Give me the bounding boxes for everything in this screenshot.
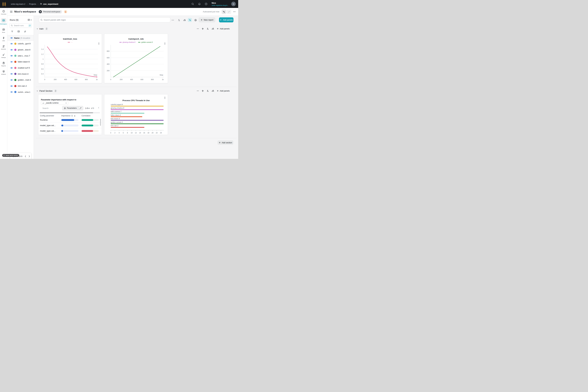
sidebar-item-runs[interactable]: Runs bbox=[0, 28, 7, 33]
group-list-icon[interactable] bbox=[17, 30, 20, 33]
page-next-icon[interactable] bbox=[28, 155, 30, 158]
settings-gear-icon[interactable] bbox=[194, 18, 197, 22]
runs-table-icon[interactable] bbox=[27, 18, 30, 21]
column-importance[interactable]: Importance bbox=[61, 115, 76, 117]
visibility-eye-icon[interactable] bbox=[10, 79, 13, 81]
expand-table-chevron-icon[interactable] bbox=[30, 19, 32, 21]
bookmark-clear-icon[interactable] bbox=[64, 10, 67, 14]
line-chart[interactable]: 0.40.60.811.21.402004006008001kStep bbox=[38, 44, 102, 83]
run-name[interactable]: wild-c...mos-7 bbox=[18, 55, 30, 57]
pin-section-icon[interactable] bbox=[201, 90, 204, 92]
panel-parameter-importance[interactable]: Parameter importance with respect to _wa… bbox=[38, 94, 102, 135]
smoothing-iron-icon[interactable] bbox=[211, 28, 214, 30]
section-overflow-icon[interactable] bbox=[197, 90, 199, 92]
visibility-eye-icon[interactable] bbox=[10, 67, 13, 69]
user-team[interactable]: smle-registries-bug-b... bbox=[212, 4, 229, 6]
panel-cpu-threads[interactable]: Process CPU Threads In Use colorful-yogu… bbox=[104, 94, 168, 135]
add-panels-button[interactable]: Add panels bbox=[219, 17, 233, 22]
importance-search-placeholder[interactable]: Search bbox=[42, 107, 48, 109]
run-name[interactable]: trim-moon-4 bbox=[18, 73, 28, 75]
metric-select[interactable]: _wandb.runtime bbox=[41, 101, 68, 105]
sidebar-item-reports[interactable]: Reports bbox=[0, 62, 7, 66]
run-row[interactable]: colorfu...gurt-9 bbox=[7, 41, 34, 47]
info-icon[interactable] bbox=[71, 115, 73, 117]
run-name[interactable]: glowin...dow-8 bbox=[18, 48, 30, 51]
column-config-parameter[interactable]: Config parameter bbox=[40, 115, 54, 117]
visibility-eye-icon[interactable] bbox=[10, 73, 13, 75]
importance-page-range[interactable]: 1-9 bbox=[85, 107, 90, 109]
panel-train-loss[interactable]: train/train_loss : - 0.40.60.811.21.4020… bbox=[38, 34, 102, 83]
run-row[interactable]: glowin...dow-8 bbox=[7, 47, 34, 53]
sidebar-item-automat[interactable]: Automat. bbox=[0, 45, 7, 50]
legend-item[interactable]: glowing-shadow-8 bbox=[119, 41, 136, 43]
pin-section-icon[interactable] bbox=[201, 28, 204, 30]
visibility-eye-icon[interactable] bbox=[10, 55, 13, 57]
run-name[interactable]: summ...sma-1 bbox=[18, 91, 30, 93]
personal-workspace-badge[interactable]: N Personal workspace bbox=[38, 10, 62, 14]
chevron-down-icon[interactable] bbox=[36, 90, 38, 92]
section-name[interactable]: train bbox=[39, 28, 43, 30]
run-row[interactable]: trim-rain-2 bbox=[7, 83, 34, 89]
x-axis-settings-icon[interactable] bbox=[206, 28, 209, 30]
x-axis-settings-icon[interactable] bbox=[206, 90, 209, 92]
sidebar-item-artifacts[interactable]: Artifacts bbox=[0, 70, 7, 75]
wandb-logo-icon[interactable] bbox=[2, 1, 6, 7]
redo-button[interactable] bbox=[227, 10, 231, 14]
run-name[interactable]: fallen-dawn-6 bbox=[18, 60, 30, 63]
run-name[interactable]: exalted-surf-5 bbox=[18, 67, 30, 69]
runs-search-input[interactable] bbox=[13, 24, 27, 27]
importance-table-row[interactable]: Runtime bbox=[38, 117, 102, 123]
run-row[interactable]: summ...sma-1 bbox=[7, 89, 34, 95]
column-correlation[interactable]: Correlation bbox=[82, 115, 90, 117]
chevron-down-icon[interactable] bbox=[36, 28, 38, 30]
run-row[interactable]: wild-c...mos-7 bbox=[7, 53, 34, 59]
runs-search-box[interactable]: .* bbox=[9, 23, 32, 28]
add-section-button[interactable]: Add section bbox=[217, 140, 233, 145]
section-name[interactable]: Panel Section bbox=[39, 90, 52, 92]
visibility-eye-icon[interactable] bbox=[10, 43, 13, 44]
filter-icon[interactable] bbox=[11, 30, 13, 33]
bar-chart[interactable]: colorful-yogurt-9glowing-shadow-8wild-co… bbox=[104, 103, 168, 135]
magic-wand-icon[interactable] bbox=[79, 107, 82, 109]
legend-item[interactable]: : - bbox=[68, 41, 72, 43]
search-icon[interactable] bbox=[191, 2, 194, 5]
breadcrumb-team[interactable]: smle-reg-team-2 bbox=[11, 3, 25, 5]
run-name[interactable]: colorfu...gurt-9 bbox=[18, 42, 30, 45]
menu-hamburger-icon[interactable] bbox=[10, 11, 12, 13]
sort-icon[interactable] bbox=[24, 30, 26, 33]
run-row[interactable]: exalted-surf-5 bbox=[7, 65, 34, 71]
notifications-bell-icon[interactable] bbox=[198, 2, 201, 5]
importance-table-row[interactable]: model_type.val... bbox=[38, 128, 102, 134]
zoom-crosshair-icon[interactable] bbox=[188, 18, 192, 22]
scrollbar-thumb[interactable] bbox=[39, 112, 93, 113]
runs-name-header[interactable]: Name (9 visualize bbox=[7, 35, 34, 41]
parameters-button[interactable]: Parameters bbox=[67, 107, 77, 109]
legend-item[interactable]: golden-sunset-3 bbox=[138, 41, 153, 43]
breadcrumb-projects[interactable]: Projects bbox=[29, 3, 36, 5]
visibility-eye-icon[interactable] bbox=[10, 49, 13, 51]
smoothing-iron-icon[interactable] bbox=[183, 18, 186, 22]
panel-epoch-ndx[interactable]: train/epoch_ndx glowing-shadow-8 golden-… bbox=[104, 34, 168, 83]
section-header-train[interactable]: train 2 bbox=[36, 27, 48, 31]
page-prev-icon[interactable] bbox=[98, 107, 100, 109]
panels-search-box[interactable] bbox=[39, 17, 170, 22]
section-add-panels-button[interactable]: Add panels bbox=[217, 28, 230, 30]
panel-drag-handle-icon[interactable] bbox=[98, 42, 99, 45]
visibility-eye-icon[interactable] bbox=[10, 85, 13, 87]
panels-search-input[interactable] bbox=[43, 18, 170, 21]
new-report-button[interactable]: New report bbox=[199, 17, 215, 22]
run-row[interactable]: trim-moon-4 bbox=[7, 71, 34, 77]
undo-button[interactable] bbox=[222, 10, 226, 14]
sidebar-item-overview[interactable]: Overview bbox=[0, 10, 7, 15]
breadcrumb-project[interactable]: zoo_experiment bbox=[40, 3, 58, 5]
workspace-overflow-icon[interactable] bbox=[171, 18, 174, 22]
run-name[interactable]: golden...nset-3 bbox=[18, 79, 31, 81]
section-overflow-icon[interactable] bbox=[197, 28, 199, 30]
user-menu[interactable]: Nico smle-registries-bug-b... bbox=[212, 2, 229, 6]
sidebar-item-jobs[interactable]: Jobs bbox=[0, 36, 7, 42]
run-row[interactable]: fallen-dawn-6 bbox=[7, 59, 34, 65]
horizontal-scrollbar[interactable] bbox=[39, 112, 100, 113]
overflow-menu-icon[interactable] bbox=[233, 10, 236, 13]
smoothing-iron-icon[interactable] bbox=[211, 90, 214, 92]
avatar[interactable]: N bbox=[231, 2, 236, 6]
